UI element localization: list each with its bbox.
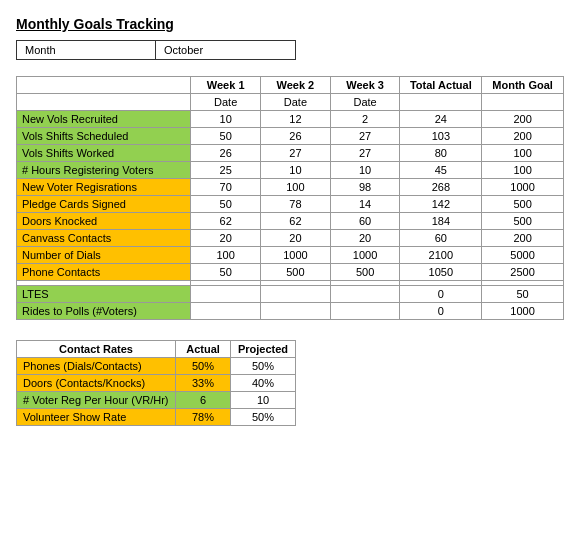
col-subheader-goal: [482, 94, 564, 111]
row-cell: 10: [330, 162, 400, 179]
row-cell: [261, 286, 331, 303]
row-cell: [330, 286, 400, 303]
row-cell: 10: [261, 162, 331, 179]
rates-row-label: # Voter Reg Per Hour (VR/Hr): [17, 392, 176, 409]
page-title: Monthly Goals Tracking: [16, 16, 564, 32]
row-cell: 20: [191, 230, 261, 247]
row-cell: 0: [400, 303, 482, 320]
rates-row: Phones (Dials/Contacts)50%50%: [17, 358, 296, 375]
row-cell: 268: [400, 179, 482, 196]
row-cell: 14: [330, 196, 400, 213]
row-cell: 1000: [482, 179, 564, 196]
rates-actual: 33%: [176, 375, 231, 392]
row-cell: 27: [261, 145, 331, 162]
row-cell: 24: [400, 111, 482, 128]
row-cell: 50: [191, 196, 261, 213]
rates-title: Contact Rates: [17, 341, 176, 358]
row-cell: 80: [400, 145, 482, 162]
row-cell: 27: [330, 145, 400, 162]
row-cell: 20: [261, 230, 331, 247]
col-subheader-total: [400, 94, 482, 111]
rates-row-label: Volunteer Show Rate: [17, 409, 176, 426]
row-label: Pledge Cards Signed: [17, 196, 191, 213]
row-label: Vols Shifts Worked: [17, 145, 191, 162]
row-cell: 103: [400, 128, 482, 145]
rates-header-row: Contact Rates Actual Projected: [17, 341, 296, 358]
row-cell: 60: [330, 213, 400, 230]
row-cell: 100: [482, 145, 564, 162]
row-cell: 26: [191, 145, 261, 162]
rates-col-projected: Projected: [231, 341, 296, 358]
row-cell: 27: [330, 128, 400, 145]
rates-actual: 50%: [176, 358, 231, 375]
row-cell: 12: [261, 111, 331, 128]
row-label: # Hours Registering Voters: [17, 162, 191, 179]
row-cell: 1000: [330, 247, 400, 264]
table-row: # Hours Registering Voters25101045100: [17, 162, 564, 179]
row-cell: 142: [400, 196, 482, 213]
row-label: Rides to Polls (#Voters): [17, 303, 191, 320]
table-row: Vols Shifts Worked26272780100: [17, 145, 564, 162]
row-cell: 500: [482, 196, 564, 213]
row-cell: 98: [330, 179, 400, 196]
row-cell: 45: [400, 162, 482, 179]
table-row: Vols Shifts Scheduled502627103200: [17, 128, 564, 145]
row-cell: 100: [482, 162, 564, 179]
table-row: New Vols Recruited1012224200: [17, 111, 564, 128]
col-subheader-label: [17, 94, 191, 111]
rates-actual: 6: [176, 392, 231, 409]
table-row: Canvass Contacts20202060200: [17, 230, 564, 247]
row-label: Number of Dials: [17, 247, 191, 264]
row-label: Phone Contacts: [17, 264, 191, 281]
table-row: Phone Contacts5050050010502500: [17, 264, 564, 281]
row-cell: 26: [261, 128, 331, 145]
table-row: New Voter Regisrations70100982681000: [17, 179, 564, 196]
row-cell: 60: [400, 230, 482, 247]
table-header-row-1: Week 1 Week 2 Week 3 Total Actual Month …: [17, 77, 564, 94]
row-cell: 500: [330, 264, 400, 281]
row-cell: 20: [330, 230, 400, 247]
table-row: Number of Dials1001000100021005000: [17, 247, 564, 264]
row-cell: 1000: [261, 247, 331, 264]
rates-projected: 10: [231, 392, 296, 409]
rates-row: Volunteer Show Rate78%50%: [17, 409, 296, 426]
row-label: New Voter Regisrations: [17, 179, 191, 196]
row-cell: 100: [261, 179, 331, 196]
row-cell: 200: [482, 230, 564, 247]
row-cell: 2500: [482, 264, 564, 281]
table-row: Rides to Polls (#Voters)01000: [17, 303, 564, 320]
row-cell: [191, 286, 261, 303]
rates-row-label: Doors (Contacts/Knocks): [17, 375, 176, 392]
rates-projected: 50%: [231, 409, 296, 426]
col-header-total: Total Actual: [400, 77, 482, 94]
row-cell: 100: [191, 247, 261, 264]
row-cell: 62: [261, 213, 331, 230]
month-value: October: [156, 41, 295, 59]
row-cell: 50: [482, 286, 564, 303]
table-row: LTES050: [17, 286, 564, 303]
col-header-week3: Week 3: [330, 77, 400, 94]
row-cell: 78: [261, 196, 331, 213]
row-cell: 50: [191, 264, 261, 281]
row-cell: 50: [191, 128, 261, 145]
row-cell: 70: [191, 179, 261, 196]
col-header-week1: Week 1: [191, 77, 261, 94]
row-cell: 1050: [400, 264, 482, 281]
row-cell: 200: [482, 128, 564, 145]
col-subheader-week3: Date: [330, 94, 400, 111]
row-cell: 184: [400, 213, 482, 230]
table-row: Doors Knocked626260184500: [17, 213, 564, 230]
row-cell: 0: [400, 286, 482, 303]
row-cell: 2100: [400, 247, 482, 264]
col-subheader-week1: Date: [191, 94, 261, 111]
rates-row: # Voter Reg Per Hour (VR/Hr)610: [17, 392, 296, 409]
row-cell: 10: [191, 111, 261, 128]
table-row: Pledge Cards Signed507814142500: [17, 196, 564, 213]
row-cell: 2: [330, 111, 400, 128]
col-header-goal: Month Goal: [482, 77, 564, 94]
month-row: Month October: [16, 40, 296, 60]
rates-col-actual: Actual: [176, 341, 231, 358]
rates-projected: 40%: [231, 375, 296, 392]
row-cell: [261, 303, 331, 320]
month-label: Month: [17, 41, 156, 59]
